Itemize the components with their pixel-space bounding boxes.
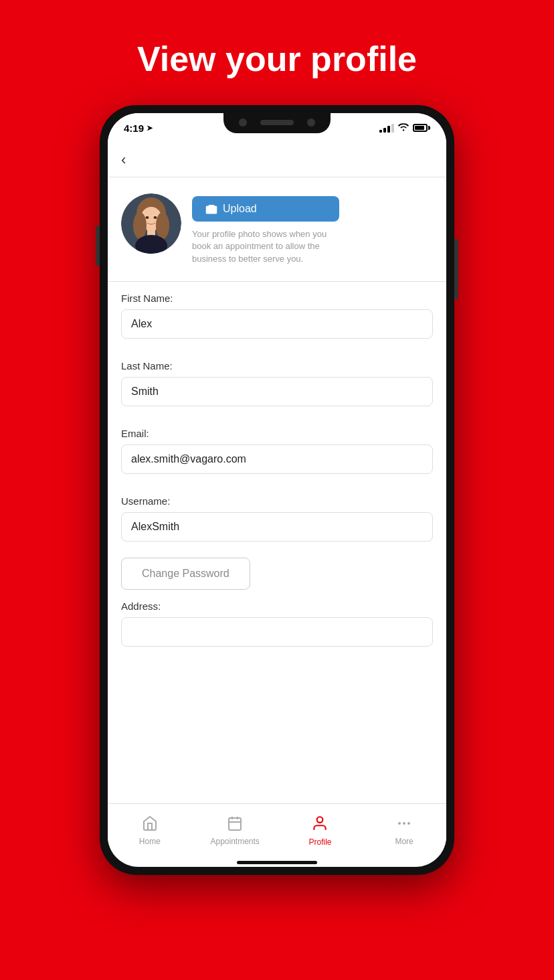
avatar (121, 193, 181, 254)
svg-point-7 (146, 216, 149, 219)
more-icon (396, 815, 412, 834)
change-password-group: Change Password (121, 552, 433, 600)
location-icon: ➤ (147, 124, 153, 133)
tab-home[interactable]: Home (126, 815, 173, 846)
wifi-icon (398, 122, 409, 133)
username-input[interactable] (121, 512, 433, 542)
email-input[interactable] (121, 444, 433, 474)
appointments-label: Appointments (210, 837, 259, 846)
home-gesture-bar (237, 861, 317, 864)
home-icon (142, 815, 158, 834)
avatar-right: Upload Your profile photo shows when you… (192, 193, 339, 265)
address-input[interactable] (121, 617, 433, 647)
tab-profile[interactable]: Profile (296, 815, 343, 847)
username-label: Username: (121, 495, 433, 507)
svg-point-13 (317, 817, 323, 823)
first-name-label: First Name: (121, 293, 433, 304)
svg-point-16 (407, 822, 410, 825)
email-label: Email: (121, 428, 433, 439)
svg-point-8 (154, 216, 157, 219)
avatar-section: Upload Your profile photo shows when you… (108, 177, 446, 282)
back-button[interactable]: ‹ (121, 151, 126, 169)
first-name-group: First Name: (121, 282, 433, 349)
phone-device: 4:19 ➤ (100, 105, 454, 875)
last-name-group: Last Name: (121, 349, 433, 417)
scroll-content: Upload Your profile photo shows when you… (108, 177, 446, 803)
svg-rect-9 (229, 818, 241, 830)
notch-camera (239, 118, 315, 127)
notch (223, 113, 331, 133)
username-group: Username: (121, 485, 433, 552)
profile-icon (311, 815, 329, 835)
speaker (260, 120, 294, 125)
status-bar: 4:19 ➤ (108, 113, 446, 143)
svg-point-14 (398, 822, 401, 825)
email-group: Email: (121, 417, 433, 485)
address-section: Address: (108, 600, 446, 657)
phone-screen: 4:19 ➤ (108, 113, 446, 867)
status-icons (379, 122, 430, 133)
address-label: Address: (121, 600, 433, 612)
last-name-input[interactable] (121, 377, 433, 406)
camera-dot (239, 118, 247, 127)
tab-more[interactable]: More (381, 815, 428, 846)
upload-label: Upload (223, 203, 257, 215)
svg-point-15 (403, 822, 405, 825)
first-name-input[interactable] (121, 309, 433, 339)
appointments-icon (227, 815, 243, 834)
tab-bar: Home Appointments (108, 803, 446, 857)
page-title: View your profile (137, 40, 417, 78)
home-label: Home (139, 837, 161, 846)
nav-bar: ‹ (108, 143, 446, 177)
signal-icon (379, 123, 394, 133)
camera-icon (205, 203, 217, 214)
change-password-button[interactable]: Change Password (121, 558, 250, 590)
battery-icon (413, 124, 430, 132)
svg-point-4 (156, 212, 169, 239)
tab-appointments[interactable]: Appointments (210, 815, 259, 846)
profile-label: Profile (308, 837, 331, 847)
sensor-dot (307, 118, 315, 127)
upload-hint: Your profile photo shows when you book a… (192, 228, 339, 265)
last-name-label: Last Name: (121, 360, 433, 372)
more-label: More (395, 837, 413, 846)
svg-point-3 (133, 212, 147, 239)
status-time: 4:19 ➤ (124, 122, 153, 134)
time-text: 4:19 (124, 122, 144, 134)
upload-button[interactable]: Upload (192, 196, 339, 222)
form-section: First Name: Last Name: Email: Username: (108, 282, 446, 600)
